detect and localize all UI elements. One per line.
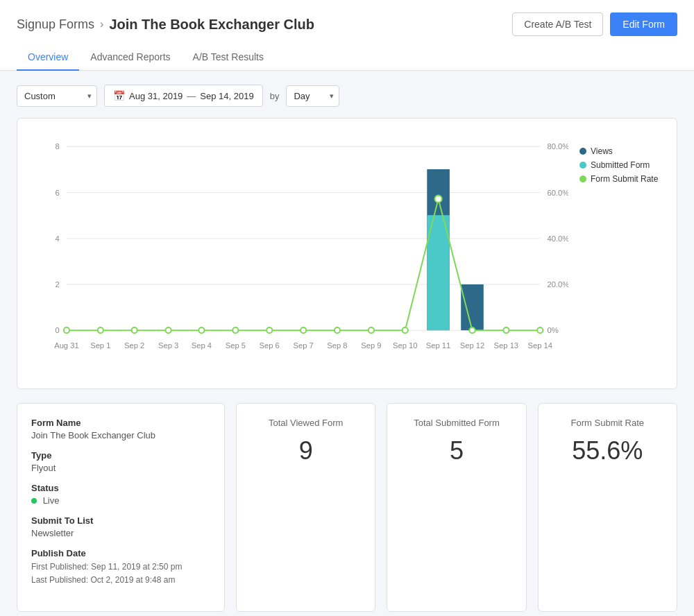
svg-text:60.0%: 60.0% [547, 189, 568, 197]
breadcrumb-current: Join The Book Exchanger Club [109, 17, 314, 33]
main-content: Custom Last 7 Days Last 30 Days This Mon… [0, 71, 694, 616]
svg-text:80.0%: 80.0% [547, 142, 568, 151]
svg-text:Aug 31: Aug 31 [54, 341, 78, 350]
svg-text:6: 6 [56, 189, 60, 197]
svg-text:Sep 14: Sep 14 [528, 341, 552, 350]
svg-text:8: 8 [56, 142, 60, 151]
type-label: Type [31, 450, 210, 461]
granularity-select-wrapper[interactable]: Day Week Month [286, 85, 339, 107]
header-actions: Create A/B Test Edit Form [512, 12, 677, 36]
form-name-value: Join The Book Exchanger Club [31, 430, 210, 440]
form-submit-rate-label: Form Submit Rate [552, 418, 663, 428]
form-info-card: Form Name Join The Book Exchanger Club T… [17, 403, 225, 611]
total-viewed-label: Total Viewed Form [251, 418, 361, 428]
status-dot [31, 498, 37, 504]
legend-label-rate: Form Submit Rate [591, 174, 658, 184]
breadcrumb-arrow: › [100, 18, 103, 31]
svg-text:Sep 2: Sep 2 [124, 341, 144, 350]
tab-advanced-reports[interactable]: Advanced Reports [79, 44, 181, 71]
dot-aug31 [64, 327, 69, 333]
dot-sep8 [335, 327, 340, 333]
submit-to-value: Newsletter [31, 528, 210, 538]
dot-sep1 [98, 327, 103, 333]
dot-sep9 [369, 327, 374, 333]
stats-row: Form Name Join The Book Exchanger Club T… [17, 403, 677, 611]
date-range-picker[interactable]: 📅 Aug 31, 2019 — Sep 14, 2019 [104, 85, 263, 107]
submit-to-label: Submit To List [31, 515, 210, 526]
bar-views-sep12 [461, 284, 484, 330]
total-submitted-card: Total Submitted Form 5 [387, 403, 526, 611]
chart-svg: .axis-label { font-size: 11px; fill: #88… [31, 132, 568, 373]
publish-label: Publish Date [31, 548, 210, 558]
date-start: Aug 31, 2019 [129, 91, 183, 101]
svg-text:Sep 7: Sep 7 [293, 341, 313, 350]
svg-text:2: 2 [56, 280, 60, 289]
calendar-icon: 📅 [113, 90, 125, 101]
svg-text:Sep 1: Sep 1 [90, 341, 110, 350]
dot-sep6 [266, 327, 272, 333]
dot-sep2 [132, 327, 137, 333]
svg-text:Sep 12: Sep 12 [460, 341, 484, 350]
status-label: Status [31, 483, 210, 493]
form-name-label: Form Name [31, 418, 210, 428]
dot-sep5 [232, 327, 238, 333]
legend-views: Views [579, 146, 663, 156]
date-end: Sep 14, 2019 [200, 91, 253, 101]
svg-text:Sep 10: Sep 10 [393, 341, 417, 350]
page-header: Signup Forms › Join The Book Exchanger C… [0, 0, 694, 71]
create-ab-test-button[interactable]: Create A/B Test [512, 12, 603, 36]
dot-sep3 [166, 327, 171, 333]
period-select-wrapper[interactable]: Custom Last 7 Days Last 30 Days This Mon… [17, 85, 97, 107]
dot-sep14 [537, 327, 543, 333]
edit-form-button[interactable]: Edit Form [610, 12, 677, 36]
total-submitted-value: 5 [401, 436, 511, 465]
last-published: Last Published: Oct 2, 2019 at 9:48 am [31, 574, 210, 587]
dot-sep12 [469, 327, 475, 333]
total-viewed-value: 9 [251, 436, 361, 465]
legend-rate: Form Submit Rate [579, 174, 663, 184]
dot-sep7 [301, 327, 306, 333]
total-submitted-label: Total Submitted Form [401, 418, 511, 428]
svg-text:Sep 13: Sep 13 [494, 341, 518, 350]
legend-label-views: Views [591, 146, 613, 156]
type-value: Flyout [31, 463, 210, 473]
form-submit-rate-card: Form Submit Rate 55.6% [538, 403, 677, 611]
legend-submitted: Submitted Form [579, 160, 663, 170]
status-text: Live [43, 495, 60, 506]
svg-text:Sep 5: Sep 5 [226, 341, 246, 350]
svg-text:0%: 0% [547, 326, 558, 334]
dot-sep10 [403, 327, 408, 333]
svg-text:4: 4 [56, 234, 60, 243]
dot-sep4 [198, 327, 204, 333]
status-row: Status Live [31, 483, 210, 506]
form-name-row: Form Name Join The Book Exchanger Club [31, 418, 210, 440]
tabs: Overview Advanced Reports A/B Test Resul… [17, 44, 677, 70]
first-published: First Published: Sep 11, 2019 at 2:50 pm [31, 561, 210, 574]
filters-bar: Custom Last 7 Days Last 30 Days This Mon… [17, 85, 677, 107]
chart-legend: Views Submitted Form Form Submit Rate [579, 132, 663, 375]
tab-ab-test-results[interactable]: A/B Test Results [182, 44, 275, 71]
dot-sep13 [503, 327, 509, 333]
svg-text:Sep 4: Sep 4 [192, 341, 212, 350]
breadcrumb: Signup Forms › Join The Book Exchanger C… [17, 17, 314, 33]
legend-dot-submitted [579, 162, 586, 169]
svg-text:40.0%: 40.0% [547, 234, 568, 243]
period-select[interactable]: Custom Last 7 Days Last 30 Days This Mon… [17, 85, 97, 107]
svg-text:Sep 11: Sep 11 [426, 341, 450, 350]
svg-text:Sep 8: Sep 8 [327, 341, 347, 350]
status-value: Live [31, 495, 210, 506]
granularity-select[interactable]: Day Week Month [286, 85, 339, 107]
by-label: by [270, 91, 280, 101]
form-submit-rate-value: 55.6% [552, 436, 663, 465]
type-row: Type Flyout [31, 450, 210, 473]
svg-text:Sep 6: Sep 6 [260, 341, 280, 350]
svg-text:0: 0 [56, 326, 60, 334]
tab-overview[interactable]: Overview [17, 44, 79, 71]
legend-dot-rate [579, 176, 586, 182]
svg-text:Sep 9: Sep 9 [361, 341, 381, 350]
svg-text:Sep 3: Sep 3 [158, 341, 178, 350]
svg-text:20.0%: 20.0% [547, 280, 568, 289]
legend-dot-views [579, 148, 586, 155]
dot-sep11 [435, 196, 442, 203]
breadcrumb-parent[interactable]: Signup Forms [17, 17, 94, 32]
